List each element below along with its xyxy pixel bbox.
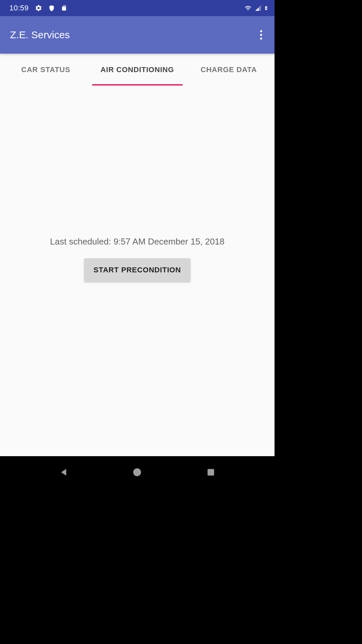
svg-point-0 — [133, 468, 141, 476]
tab-car-status[interactable]: CAR STATUS — [0, 54, 92, 86]
tab-air-conditioning[interactable]: AIR CONDITIONING — [92, 54, 183, 86]
wifi-icon — [244, 5, 252, 11]
app-bar: Z.E. Services — [0, 16, 275, 54]
page-title: Z.E. Services — [10, 29, 70, 41]
more-vert-icon — [260, 34, 262, 36]
start-precondition-button[interactable]: START PRECONDITION — [84, 258, 190, 282]
svg-rect-1 — [207, 469, 214, 476]
content-area: Last scheduled: 9:57 AM December 15, 201… — [0, 86, 275, 456]
status-bar: 10:59 — [0, 0, 275, 16]
home-circle-icon — [132, 468, 142, 477]
shield-icon — [48, 4, 55, 12]
battery-charging-icon — [264, 4, 268, 12]
status-time: 10:59 — [9, 4, 29, 12]
sd-card-icon — [61, 4, 67, 12]
settings-icon — [35, 4, 42, 12]
nav-back-button[interactable] — [52, 461, 75, 484]
more-vert-icon — [260, 38, 262, 40]
back-triangle-icon — [59, 467, 69, 477]
tab-bar: CAR STATUS AIR CONDITIONING CHARGE DATA — [0, 54, 275, 86]
navigation-bar — [0, 456, 275, 488]
tab-charge-data[interactable]: CHARGE DATA — [183, 54, 275, 86]
nav-recent-button[interactable] — [199, 461, 223, 484]
nav-home-button[interactable] — [125, 461, 149, 484]
more-vert-icon — [260, 30, 262, 32]
recent-square-icon — [206, 468, 215, 477]
status-right — [244, 4, 268, 12]
overflow-menu-button[interactable] — [254, 28, 268, 42]
status-left: 10:59 — [9, 4, 67, 12]
signal-icon — [254, 5, 262, 11]
last-scheduled-text: Last scheduled: 9:57 AM December 15, 201… — [50, 236, 224, 247]
